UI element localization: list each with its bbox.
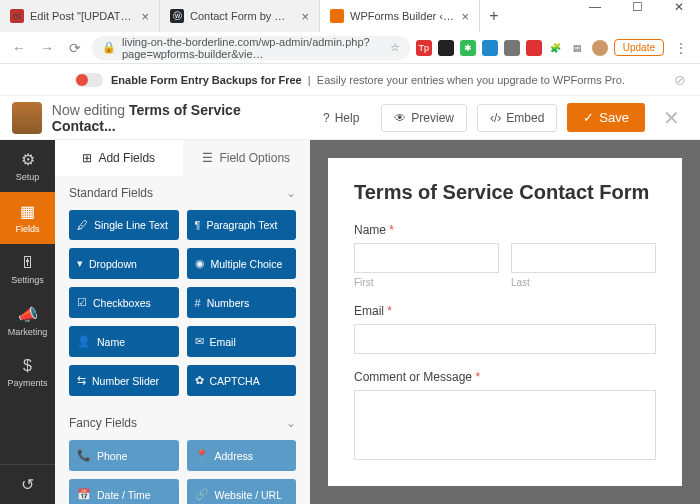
wpforms-logo [12, 102, 42, 134]
field-single-line-text[interactable]: 🖊Single Line Text [69, 210, 179, 240]
gear-icon: ⚙ [21, 150, 35, 169]
name-label: Name * [354, 223, 656, 237]
help-button[interactable]: ?Help [311, 105, 371, 131]
field-name[interactable]: 👤Name [69, 326, 179, 357]
field-captcha[interactable]: ✿CAPTCHA [187, 365, 297, 396]
field-number-slider[interactable]: ⇆Number Slider [69, 365, 179, 396]
browser-tabs: m Edit Post "[UPDATE] 6 Free Altern… × ⓦ… [0, 0, 508, 32]
history-icon: ↺ [21, 475, 34, 494]
bookmark-icon[interactable]: ☆ [390, 41, 400, 54]
nav-setup[interactable]: ⚙Setup [0, 140, 55, 192]
last-name-input[interactable] [511, 243, 656, 273]
form-preview: Terms of Service Contact Form Name * Fir… [310, 140, 700, 504]
close-icon[interactable]: × [301, 9, 309, 24]
builder-topbar: Now editing Terms of Service Contact... … [0, 96, 700, 140]
preview-button[interactable]: 👁Preview [381, 104, 467, 132]
update-button[interactable]: Update [614, 39, 664, 56]
paragraph-icon: ¶ [195, 219, 201, 231]
toggle-switch[interactable] [75, 73, 103, 87]
first-name-input[interactable] [354, 243, 499, 273]
comment-textarea[interactable] [354, 390, 656, 460]
browser-titlebar: m Edit Post "[UPDATE] 6 Free Altern… × ⓦ… [0, 0, 700, 32]
puzzle-icon[interactable]: 🧩 [548, 40, 564, 56]
builder-main: ⚙Setup ▦Fields 🎚Settings 📣Marketing $Pay… [0, 140, 700, 504]
url-input[interactable]: 🔒 living-on-the-borderline.com/wp-admin/… [92, 36, 410, 60]
menu-icon[interactable]: ⋮ [670, 40, 692, 56]
field-numbers[interactable]: #Numbers [187, 287, 297, 318]
standard-fields-grid: 🖊Single Line Text ¶Paragraph Text ▾Dropd… [55, 210, 310, 406]
field-email[interactable]: ✉Email [187, 326, 297, 357]
field-phone[interactable]: 📞Phone [69, 440, 179, 471]
note-icon[interactable]: ▤ [570, 40, 586, 56]
panel-tabs: ⊞Add Fields ☰Field Options [55, 140, 310, 176]
left-nav: ⚙Setup ▦Fields 🎚Settings 📣Marketing $Pay… [0, 140, 55, 504]
close-builder-button[interactable]: ✕ [655, 106, 688, 130]
reload-button[interactable]: ⟳ [64, 40, 86, 56]
field-multiple-choice[interactable]: ◉Multiple Choice [187, 248, 297, 279]
nav-settings[interactable]: 🎚Settings [0, 244, 55, 295]
wpforms-icon [330, 9, 344, 23]
field-checkboxes[interactable]: ☑Checkboxes [69, 287, 179, 318]
save-button[interactable]: ✓Save [567, 103, 645, 132]
back-button[interactable]: ← [8, 40, 30, 56]
field-address[interactable]: 📍Address [187, 440, 297, 471]
lock-icon: 🔒 [102, 41, 116, 54]
nav-history[interactable]: ↺ [0, 464, 55, 504]
banner-text: Easily restore your entries when you upg… [317, 74, 625, 86]
banner-bold: Enable Form Entry Backups for Free [111, 74, 302, 86]
sliders-icon: 🎚 [20, 254, 36, 272]
fancy-fields-heading[interactable]: Fancy Fields⌄ [55, 406, 310, 440]
nav-payments[interactable]: $Payments [0, 347, 55, 398]
tab-add-fields[interactable]: ⊞Add Fields [55, 140, 183, 176]
tab-field-options[interactable]: ☰Field Options [183, 140, 311, 176]
field-dropdown[interactable]: ▾Dropdown [69, 248, 179, 279]
close-window-button[interactable]: ✕ [658, 0, 700, 14]
ext-icon[interactable] [482, 40, 498, 56]
close-icon[interactable]: × [461, 9, 469, 24]
standard-fields-heading[interactable]: Standard Fields⌄ [55, 176, 310, 210]
embed-button[interactable]: ‹/›Embed [477, 104, 557, 132]
pin-icon: 📍 [195, 449, 209, 462]
field-paragraph-text[interactable]: ¶Paragraph Text [187, 210, 297, 240]
comment-label: Comment or Message * [354, 370, 656, 384]
user-icon: 👤 [77, 335, 91, 348]
phone-icon: 📞 [77, 449, 91, 462]
browser-tab-2[interactable]: ⓦ Contact Form by WPForms – Dr… × [160, 0, 320, 32]
last-sublabel: Last [511, 277, 656, 288]
close-icon[interactable]: × [141, 9, 149, 24]
form-canvas[interactable]: Terms of Service Contact Form Name * Fir… [328, 158, 682, 486]
email-label: Email * [354, 304, 656, 318]
ext-icon[interactable] [526, 40, 542, 56]
chevron-down-icon: ⌄ [286, 416, 296, 430]
address-bar: ← → ⟳ 🔒 living-on-the-borderline.com/wp-… [0, 32, 700, 64]
tab-title: Edit Post "[UPDATE] 6 Free Altern… [30, 10, 135, 22]
field-website-url[interactable]: 🔗Website / URL [187, 479, 297, 504]
email-input[interactable] [354, 324, 656, 354]
tab-title: WPForms Builder ‹ Living On Th… [350, 10, 455, 22]
browser-tab-1[interactable]: m Edit Post "[UPDATE] 6 Free Altern… × [0, 0, 160, 32]
forward-button[interactable]: → [36, 40, 58, 56]
editing-label: Now editing Terms of Service Contact... [52, 102, 291, 134]
avatar[interactable] [592, 40, 608, 56]
fancy-fields-grid: 📞Phone 📍Address 📅Date / Time 🔗Website / … [55, 440, 310, 504]
code-icon: ‹/› [490, 111, 501, 125]
ext-icon[interactable] [438, 40, 454, 56]
ext-icon[interactable]: Tp [416, 40, 432, 56]
ext-icon[interactable]: ✱ [460, 40, 476, 56]
maximize-button[interactable]: ☐ [616, 0, 658, 14]
eye-icon: 👁 [394, 111, 406, 125]
browser-tab-3[interactable]: WPForms Builder ‹ Living On Th… × [320, 0, 480, 32]
form-title[interactable]: Terms of Service Contact Form [354, 180, 656, 205]
ext-icon[interactable] [504, 40, 520, 56]
field-date-time[interactable]: 📅Date / Time [69, 479, 179, 504]
promo-banner: Enable Form Entry Backups for Free | Eas… [0, 64, 700, 96]
new-tab-button[interactable]: + [480, 0, 508, 32]
window-controls: — ☐ ✕ [574, 0, 700, 14]
link-icon: 🔗 [195, 488, 209, 501]
banner-close-icon[interactable]: ⊘ [674, 72, 686, 88]
favicon-icon: m [10, 9, 24, 23]
radio-icon: ◉ [195, 257, 205, 270]
minimize-button[interactable]: — [574, 0, 616, 14]
nav-marketing[interactable]: 📣Marketing [0, 295, 55, 347]
nav-fields[interactable]: ▦Fields [0, 192, 55, 244]
